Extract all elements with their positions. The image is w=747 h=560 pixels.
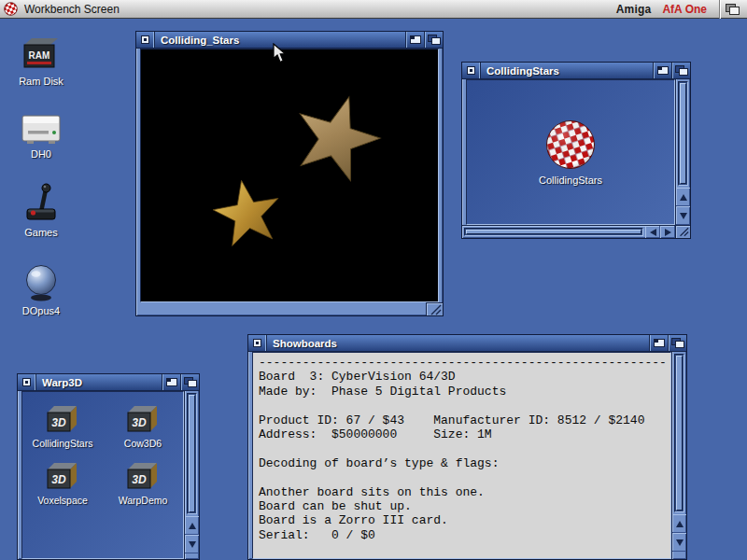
shell-line: Address: $50000000 Size: 1M xyxy=(259,427,665,441)
window-warp3d: Warp3D 3D CollidingStars 3D xyxy=(17,373,200,560)
scroll-up-button[interactable] xyxy=(676,188,690,206)
close-gadget[interactable] xyxy=(248,335,267,351)
vertical-scrollbar[interactable] xyxy=(184,391,199,559)
window-collidingstars-drawer: CollidingStars CollidingStars xyxy=(461,62,691,239)
zoom-icon xyxy=(654,339,665,347)
shell-line: Serial: 0 / $0 xyxy=(259,528,665,542)
zoom-icon xyxy=(410,35,421,44)
depth-gadget[interactable] xyxy=(668,335,686,351)
close-icon xyxy=(141,35,149,44)
scroll-knob[interactable] xyxy=(189,395,195,512)
arrow-up-icon xyxy=(189,523,196,529)
close-icon xyxy=(22,378,31,386)
depth-gadget[interactable] xyxy=(424,32,443,48)
shell-line xyxy=(259,470,665,484)
window-titlebar[interactable]: Colliding_Stars xyxy=(136,32,443,49)
shell-line: Decoding of board’s type & flags: xyxy=(259,456,665,470)
depth-icon xyxy=(726,4,739,14)
vertical-scrollbar[interactable] xyxy=(675,79,690,225)
shell-line: Made by: Phase 5 Digital Products xyxy=(259,385,665,399)
window-title: Colliding_Stars xyxy=(155,32,405,48)
icon-label: Games xyxy=(24,227,57,238)
shell-line: Another board sits on this one. xyxy=(259,485,665,499)
scroll-up-button[interactable] xyxy=(672,514,686,533)
drawer-icon-collidingstars[interactable]: 3D CollidingStars xyxy=(33,403,93,449)
close-gadget[interactable] xyxy=(18,374,36,390)
drawer-icon-collidingstars[interactable]: CollidingStars xyxy=(539,119,602,186)
close-gadget[interactable] xyxy=(136,32,155,48)
ram-disk-icon: RAM xyxy=(21,35,61,73)
scroll-knob[interactable] xyxy=(676,356,683,511)
scroll-trough[interactable] xyxy=(674,354,684,512)
zoom-gadget[interactable] xyxy=(649,335,668,351)
window-titlebar[interactable]: Showboards xyxy=(248,335,686,352)
arrow-down-icon xyxy=(680,213,687,219)
scroll-down-button[interactable] xyxy=(676,206,690,225)
depth-icon xyxy=(671,338,684,348)
cube-3d-icon: 3D xyxy=(124,403,162,435)
drawer-surface: CollidingStars xyxy=(466,79,675,225)
scroll-down-button[interactable] xyxy=(185,535,199,553)
window-colliding-stars: Colliding_Stars xyxy=(135,31,444,316)
shell-line: Board can be shut up. xyxy=(259,499,665,513)
close-gadget[interactable] xyxy=(462,63,481,78)
scroll-trough[interactable] xyxy=(464,228,643,236)
big-star xyxy=(275,78,397,200)
depth-gadget[interactable] xyxy=(671,63,690,78)
stars-canvas xyxy=(140,49,439,302)
zoom-gadget[interactable] xyxy=(405,32,424,48)
desktop-icon-games[interactable]: Games xyxy=(7,181,75,238)
scroll-down-button[interactable] xyxy=(672,533,686,552)
drawer-icon-cow3d6[interactable]: 3D Cow3D6 xyxy=(124,403,162,449)
icon-label: Voxelspace xyxy=(37,495,88,506)
icon-label: CollidingStars xyxy=(539,175,602,186)
window-title: Warp3D xyxy=(36,374,162,390)
drawer-icon-voxelspace[interactable]: 3D Voxelspace xyxy=(37,460,88,506)
window-showboards: Showboards -----------------------------… xyxy=(247,334,687,560)
arrow-up-icon xyxy=(680,194,687,201)
icon-label: Cow3D6 xyxy=(124,438,162,449)
horizontal-scrollbar[interactable] xyxy=(462,225,675,238)
shell-line xyxy=(259,441,665,455)
svg-text:3D: 3D xyxy=(51,473,66,486)
desktop-icon-dh0[interactable]: DH0 xyxy=(7,110,75,160)
scroll-right-button[interactable] xyxy=(660,226,675,238)
window-title: CollidingStars xyxy=(481,63,653,78)
warp3d-surface: 3D CollidingStars 3D Cow3D6 3D xyxy=(21,391,184,559)
screen-depth-gadget[interactable] xyxy=(719,0,743,19)
scroll-knob[interactable] xyxy=(466,230,641,234)
window-titlebar[interactable]: Warp3D xyxy=(18,374,199,391)
screen-titlebar[interactable]: Workbench Screen Amiga AfA One xyxy=(0,0,747,19)
joystick-icon xyxy=(23,181,59,224)
depth-icon xyxy=(675,65,687,76)
icon-label: WarpDemo xyxy=(119,495,168,506)
vertical-scrollbar[interactable] xyxy=(671,352,686,559)
scroll-knob[interactable] xyxy=(680,83,686,184)
cube-3d-icon: 3D xyxy=(44,460,81,492)
depth-gadget[interactable] xyxy=(180,374,199,390)
svg-text:RAM: RAM xyxy=(29,50,50,61)
scroll-left-button[interactable] xyxy=(645,226,660,238)
zoom-gadget[interactable] xyxy=(653,63,671,78)
resize-gadget[interactable] xyxy=(675,225,690,238)
svg-text:3D: 3D xyxy=(132,416,147,429)
scroll-up-button[interactable] xyxy=(185,516,199,535)
drawer-icon-warpdemo[interactable]: 3D WarpDemo xyxy=(119,460,168,506)
close-icon xyxy=(253,339,261,347)
scroll-trough[interactable] xyxy=(187,393,197,514)
cube-3d-icon: 3D xyxy=(124,460,162,492)
resize-gadget[interactable] xyxy=(426,302,443,315)
arrow-right-icon xyxy=(665,229,671,236)
shell-output: ----------------------------------------… xyxy=(252,352,671,559)
svg-text:3D: 3D xyxy=(132,473,147,486)
desktop-icon-ram-disk[interactable]: RAM Ram Disk xyxy=(7,35,75,87)
zoom-gadget[interactable] xyxy=(162,374,180,390)
scroll-trough[interactable] xyxy=(678,81,688,186)
cube-3d-icon: 3D xyxy=(44,403,81,435)
brand-amiga: Amiga xyxy=(616,3,652,16)
desktop-icon-dopus4[interactable]: DOpus4 xyxy=(7,263,75,316)
zoom-icon xyxy=(657,66,669,75)
amiga-boing-logo-icon xyxy=(4,2,18,16)
window-titlebar[interactable]: CollidingStars xyxy=(462,63,690,79)
small-star xyxy=(204,171,292,259)
